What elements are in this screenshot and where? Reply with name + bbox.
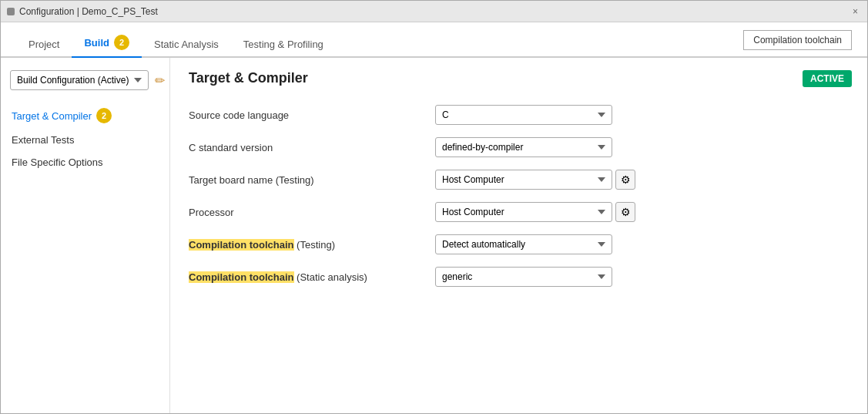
compilation-toolchain-header: Compilation toolchain	[743, 30, 852, 50]
window-icon	[7, 8, 15, 15]
control-compilation-testing: Detect automatically	[435, 234, 612, 254]
window-title: Configuration | Demo_C_PS_Test	[19, 6, 850, 17]
form-row-c-standard: C standard version defined-by-compiler	[189, 137, 849, 157]
content-area: Build Configuration (Active) ✏ Target & …	[1, 58, 867, 413]
build-config-select[interactable]: Build Configuration (Active)	[10, 70, 149, 90]
build-badge: 2	[114, 35, 129, 50]
gear-button-processor[interactable]: ⚙	[615, 202, 635, 222]
main-window: Configuration | Demo_C_PS_Test × Project…	[0, 0, 868, 414]
sidebar-item-external-tests[interactable]: External Tests	[10, 132, 160, 148]
gear-button-target-board[interactable]: ⚙	[615, 170, 635, 190]
label-c-standard: C standard version	[189, 142, 435, 153]
tab-bar: Project Build 2 Static Analysis Testing …	[1, 22, 867, 58]
dropdown-c-standard[interactable]: defined-by-compiler	[435, 137, 612, 157]
target-compiler-badge: 2	[96, 108, 112, 123]
label-target-board: Target board name (Testing)	[189, 174, 435, 186]
tab-static-analysis[interactable]: Static Analysis	[142, 32, 231, 58]
form-row-target-board: Target board name (Testing) Host Compute…	[189, 170, 849, 190]
build-config-row: Build Configuration (Active) ✏	[10, 70, 160, 90]
form-row-processor: Processor Host Computer ⚙	[189, 202, 849, 222]
title-bar: Configuration | Demo_C_PS_Test ×	[1, 1, 867, 22]
section-title: Target & Compiler	[189, 70, 849, 86]
label-source-code-language: Source code language	[189, 109, 435, 121]
control-compilation-static: generic	[435, 267, 612, 287]
dropdown-source-code-language[interactable]: C	[435, 105, 612, 125]
active-badge: ACTIVE	[803, 70, 852, 87]
dropdown-processor[interactable]: Host Computer	[435, 202, 612, 222]
sidebar: Build Configuration (Active) ✏ Target & …	[1, 58, 170, 413]
sidebar-item-target-compiler[interactable]: Target & Compiler 2	[10, 106, 160, 126]
control-source-code-language: C	[435, 105, 612, 125]
control-processor: Host Computer ⚙	[435, 202, 635, 222]
tab-testing-profiling[interactable]: Testing & Profiling	[231, 32, 336, 58]
label-compilation-static: Compilation toolchain (Static analysis)	[189, 271, 435, 283]
tab-build[interactable]: Build 2	[72, 29, 142, 58]
form-row-compilation-static: Compilation toolchain (Static analysis) …	[189, 267, 849, 287]
dropdown-compilation-testing[interactable]: Detect automatically	[435, 234, 612, 254]
tab-project[interactable]: Project	[16, 32, 72, 58]
sidebar-item-file-specific[interactable]: File Specific Options	[10, 154, 160, 170]
control-target-board: Host Computer ⚙	[435, 170, 635, 190]
dropdown-compilation-static[interactable]: generic	[435, 267, 612, 287]
label-processor: Processor	[189, 207, 435, 218]
main-panel: ACTIVE Target & Compiler Source code lan…	[170, 58, 867, 413]
pencil-icon[interactable]: ✏	[155, 73, 165, 88]
form-row-source-code-language: Source code language C	[189, 105, 849, 125]
label-compilation-testing: Compilation toolchain (Testing)	[189, 239, 435, 251]
close-button[interactable]: ×	[850, 6, 861, 17]
control-c-standard: defined-by-compiler	[435, 137, 612, 157]
dropdown-target-board[interactable]: Host Computer	[435, 170, 612, 190]
form-row-compilation-testing: Compilation toolchain (Testing) Detect a…	[189, 234, 849, 254]
